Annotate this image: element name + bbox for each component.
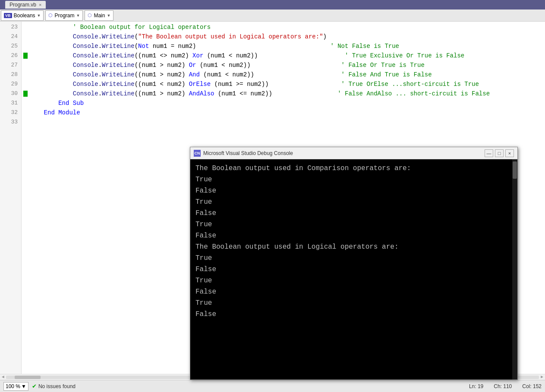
scroll-thumb[interactable] [15,376,41,379]
no-issues-indicator: ✔ No issues found [32,383,76,389]
ln-indicator: Ln: 19 [469,383,483,389]
code-text: Console.WriteLine((num1 > num2) Or (num1… [29,60,425,70]
line-number: 24 [3,32,18,41]
class-arrow-icon: ▼ [76,13,80,18]
member-icon: ⬡ [88,13,92,18]
line-number: 32 [3,108,18,117]
line-number: 33 [3,117,18,127]
console-close-button[interactable]: × [505,149,514,157]
code-text: Console.WriteLine((num1 <> num2) Xor (nu… [29,51,464,60]
namespace-label: Booleans [14,13,35,19]
code-line: Console.WriteLine(Not num1 = num2) ' Not… [23,41,545,51]
status-text: No issues found [38,383,76,389]
line-number: 25 [3,41,18,51]
bookmark-icon [23,53,28,59]
line-number: 27 [3,60,18,70]
console-maximize-button[interactable]: □ [495,149,504,157]
console-output-line: False [195,309,512,320]
status-position: Ln: 19 Ch: 110 Col: 152 [469,383,542,389]
col-indicator: Col: 152 [522,383,542,389]
vb-icon: VB [4,13,12,18]
check-circle-icon: ✔ [32,383,37,389]
code-text: End Module [29,108,80,117]
console-app-icon: CN [194,150,201,157]
code-line: Console.WriteLine((num1 < num2) OrElse (… [23,79,545,89]
code-line: ' Boolean output for Logical operators [23,22,545,32]
line-number: 26 [3,51,18,60]
line-number: 23 [3,22,18,32]
code-line: End Sub [23,98,545,108]
file-tab[interactable]: Program.vb × [5,1,46,9]
console-output-line: True [195,297,512,309]
title-bar: Program.vb × [0,0,545,9]
line-number: 28 [3,70,18,79]
member-dropdown[interactable]: ⬡ Main ▼ [85,10,113,21]
namespace-arrow-icon: ▼ [37,13,41,18]
code-line: Console.WriteLine("The Boolean output us… [23,32,545,41]
status-bar: 100 % ▼ ✔ No issues found Ln: 19 Ch: 110… [0,380,545,392]
member-arrow-icon: ▼ [107,13,110,18]
file-tab-label: Program.vb [9,2,36,8]
console-output-line: The Boolean output used in Comparison op… [195,163,512,174]
code-line: Console.WriteLine((num1 <> num2) Xor (nu… [23,51,545,60]
code-text: ' Boolean output for Logical operators [29,22,211,32]
console-output-line: True [195,196,512,208]
console-output-line: False [195,208,512,219]
code-line: Console.WriteLine((num1 > num2) And (num… [23,70,545,79]
program-icon: ⬡ [48,13,53,18]
console-output-line: True [195,275,512,286]
zoom-arrow-icon: ▼ [21,383,26,389]
line-number: 30 [3,89,18,98]
console-output-line: True [195,219,512,230]
class-dropdown[interactable]: ⬡ Program ▼ [45,10,83,21]
console-title-text: Microsoft Visual Studio Debug Console [203,150,482,156]
console-output-line: False [195,286,512,297]
zoom-value: 100 % [6,383,20,389]
close-tab-icon[interactable]: × [39,2,41,7]
console-minimize-button[interactable]: — [485,149,493,157]
zoom-selector[interactable]: 100 % ▼ [3,382,28,391]
line-numbers: 2324252627282930313233 [0,22,22,374]
code-line: End Module [23,108,545,117]
class-label: Program [54,13,74,19]
console-window-controls: — □ × [485,149,514,157]
code-line: Console.WriteLine((num1 > num2) Or (num1… [23,60,545,70]
toolbar: VB Booleans ▼ ⬡ Program ▼ ⬡ Main ▼ [0,9,545,22]
ch-indicator: Ch: 110 [494,383,512,389]
code-text: Console.WriteLine((num1 > num2) AndAlso … [29,89,490,98]
namespace-dropdown[interactable]: VB Booleans ▼ [1,10,44,21]
code-text: Console.WriteLine("The Boolean output us… [29,32,327,41]
code-line [23,117,545,127]
console-output-line: False [195,264,512,275]
code-line: Console.WriteLine((num1 > num2) AndAlso … [23,89,545,98]
console-output-line: The Boolean output used in Logical opera… [195,241,512,253]
code-text: End Sub [29,98,84,108]
debug-console-window: CN Microsoft Visual Studio Debug Console… [190,147,518,380]
console-output-line: True [195,253,512,264]
code-text: Console.WriteLine((num1 < num2) OrElse (… [29,79,479,89]
console-title-bar: CN Microsoft Visual Studio Debug Console… [190,147,517,159]
console-scrollbar[interactable] [512,159,517,379]
member-label: Main [94,13,105,19]
scroll-left-arrow-icon[interactable]: ◄ [2,375,4,379]
console-output-line: False [195,230,512,241]
code-text: Console.WriteLine(Not num1 = num2) ' Not… [29,41,399,51]
console-output-line: False [195,185,512,196]
line-number: 29 [3,79,18,89]
console-output-line: True [195,174,512,185]
console-scrollbar-thumb[interactable] [513,161,517,179]
scroll-right-arrow-icon[interactable]: ► [541,375,543,379]
console-body: The Boolean output used in Comparison op… [190,159,517,379]
bookmark-icon [23,91,28,97]
code-text: Console.WriteLine((num1 > num2) And (num… [29,70,432,79]
line-number: 31 [3,98,18,108]
